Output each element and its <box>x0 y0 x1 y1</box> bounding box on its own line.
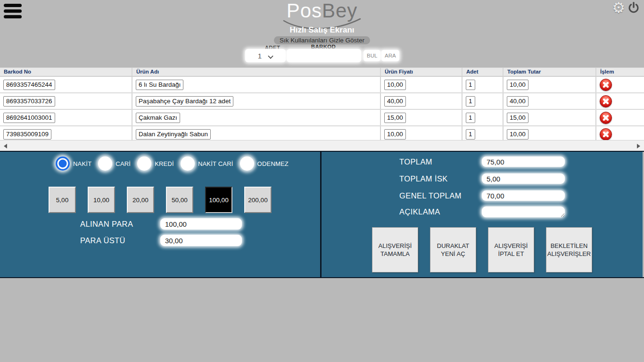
alinan-para-label: ALINAN PARA <box>80 220 160 229</box>
delete-row-icon[interactable] <box>600 79 612 91</box>
col-barkod-no: Barkod No <box>0 68 132 76</box>
toplam-label: TOPLAM <box>399 157 482 166</box>
price-field[interactable]: 10,00 <box>384 80 406 90</box>
col-adet: Adet <box>462 68 504 76</box>
radio-label: CARİ <box>116 160 131 167</box>
change-row: PARA ÜSTÜ <box>80 235 242 246</box>
product-name-field[interactable]: Paşabahçe Çay Bardağı 12 adet <box>136 96 233 107</box>
table-row: 8693357465244 6 lı Su Bardağı 10,00 1 10… <box>0 77 644 93</box>
radio-label: KREDİ <box>155 160 174 167</box>
radio-nakit[interactable]: NAKİT <box>56 156 91 171</box>
radio-odenmez[interactable]: ODENMEZ <box>240 156 289 171</box>
payment-section: NAKİT CARİ KREDİ NAKİT CARİ ODENMEZ 5,00… <box>0 151 644 278</box>
cancel-sale-button[interactable]: ALIŞVERİŞİ İPTAL ET <box>488 227 534 272</box>
qty-field[interactable]: 1 <box>466 113 475 123</box>
quick-entry-row: ADET BARKOD 1 BUL ARA <box>0 43 644 66</box>
table-row: 8692641003001 Çakmak Gazı 15,00 1 15,00 <box>0 110 644 126</box>
page-title: Hızlı Satış Ekranı <box>0 25 644 35</box>
line-total-field[interactable]: 10,00 <box>507 129 528 140</box>
price-field[interactable]: 10,00 <box>384 129 406 140</box>
radio-circle-icon[interactable] <box>137 156 151 171</box>
col-islem: İşlem <box>596 68 644 76</box>
radio-nakit-cari[interactable]: NAKİT CARİ <box>181 156 233 171</box>
held-sales-button[interactable]: BEKLETİLEN ALIŞVERİŞLER <box>546 227 592 272</box>
power-icon[interactable] <box>627 1 640 15</box>
discount-row: TOPLAM İSK <box>399 173 565 184</box>
radio-label: ODENMEZ <box>257 160 289 167</box>
delete-row-icon[interactable] <box>600 95 612 107</box>
received-money-row: ALINAN PARA <box>80 218 242 230</box>
grand-total-input[interactable] <box>482 190 565 201</box>
toplam-isk-label: TOPLAM İSK <box>399 174 482 183</box>
payment-method-radios: NAKİT CARİ KREDİ NAKİT CARİ ODENMEZ <box>56 156 295 171</box>
qty-field[interactable]: 1 <box>466 129 475 140</box>
received-money-input[interactable] <box>160 218 242 230</box>
discount-input[interactable] <box>482 173 565 184</box>
change-input[interactable] <box>160 235 242 246</box>
genel-toplam-label: GENEL TOPLAM <box>399 191 482 200</box>
radio-label: NAKİT CARİ <box>198 160 233 167</box>
settings-gear-icon[interactable]: ⚙ <box>612 0 625 16</box>
line-total-field[interactable]: 10,00 <box>507 80 528 90</box>
find-button[interactable]: BUL <box>363 50 380 61</box>
action-buttons: ALIŞVERİŞİ TAMAMLA DURAKLAT YENİ AÇ ALIŞ… <box>372 227 604 272</box>
table-row: 8693357033726 Paşabahçe Çay Bardağı 12 a… <box>0 93 644 110</box>
barcode-field[interactable]: 8692641003001 <box>3 113 55 123</box>
denom-20-button[interactable]: 20,00 <box>127 187 154 213</box>
line-total-field[interactable]: 15,00 <box>507 113 528 123</box>
horizontal-scrollbar[interactable] <box>0 140 644 151</box>
price-field[interactable]: 40,00 <box>384 96 406 107</box>
scroll-left-icon[interactable] <box>4 144 7 148</box>
barcode-field[interactable]: 8693357033726 <box>3 96 55 107</box>
aciklama-label: AÇIKLAMA <box>399 207 482 216</box>
grand-total-row: GENEL TOPLAM <box>399 190 565 201</box>
radio-circle-icon[interactable] <box>98 156 112 171</box>
col-urun-adi: Ürün Adı <box>132 68 381 76</box>
sale-items-table: Barkod No Ürün Adı Ürün Fiyatı Adet Topl… <box>0 67 644 143</box>
totals-panel: TOPLAM TOPLAM İSK GENEL TOPLAM AÇIKLAMA … <box>322 152 643 277</box>
quantity-select-value: 1 <box>258 52 262 60</box>
qty-field[interactable]: 1 <box>466 80 475 90</box>
search-button[interactable]: ARA <box>381 50 399 61</box>
price-field[interactable]: 15,00 <box>384 113 406 123</box>
radio-circle-icon[interactable] <box>181 156 195 171</box>
product-name-field[interactable]: Dalan Zeytinyağlı Sabun <box>136 129 211 140</box>
radio-kredi[interactable]: KREDİ <box>137 156 174 171</box>
para-ustu-label: PARA ÜSTÜ <box>80 236 160 245</box>
posbey-logo: PosBey <box>0 0 644 25</box>
radio-circle-icon[interactable] <box>240 156 254 171</box>
radio-circle-icon[interactable] <box>56 156 70 171</box>
chevron-down-icon <box>268 53 273 58</box>
denom-200-button[interactable]: 200,00 <box>244 187 272 213</box>
col-urun-fiyati: Ürün Fiyatı <box>381 68 462 76</box>
denom-5-button[interactable]: 5,00 <box>49 187 76 213</box>
complete-sale-button[interactable]: ALIŞVERİŞİ TAMAMLA <box>372 227 418 272</box>
total-row: TOPLAM <box>399 156 565 167</box>
denom-10-button[interactable]: 10,00 <box>88 187 115 213</box>
radio-label: NAKİT <box>73 160 91 167</box>
delete-row-icon[interactable] <box>600 112 612 124</box>
qty-field[interactable]: 1 <box>466 96 475 107</box>
description-row: AÇIKLAMA <box>399 206 565 217</box>
col-toplam-tutar: Toplam Tutar <box>504 68 596 76</box>
top-header: PosBey Hızlı Satış Ekranı Sık Kullanılan… <box>0 0 644 67</box>
product-name-field[interactable]: 6 lı Su Bardağı <box>136 80 183 90</box>
delete-row-icon[interactable] <box>600 128 612 140</box>
line-total-field[interactable]: 40,00 <box>507 96 528 107</box>
barcode-input[interactable] <box>287 49 361 62</box>
table-header-row: Barkod No Ürün Adı Ürün Fiyatı Adet Topl… <box>0 67 644 77</box>
denom-100-button[interactable]: 100,00 <box>205 187 232 213</box>
description-textarea[interactable] <box>482 206 565 217</box>
barcode-field[interactable]: 8693357465244 <box>3 80 55 90</box>
payment-panel: NAKİT CARİ KREDİ NAKİT CARİ ODENMEZ 5,00… <box>0 152 322 277</box>
denomination-buttons: 5,00 10,00 20,00 50,00 100,00 200,00 <box>49 187 283 213</box>
pause-open-new-button[interactable]: DURAKLAT YENİ AÇ <box>430 227 476 272</box>
radio-cari[interactable]: CARİ <box>98 156 131 171</box>
denom-50-button[interactable]: 50,00 <box>166 187 193 213</box>
quantity-select[interactable]: 1 <box>245 49 286 62</box>
barcode-field[interactable]: 739835009109 <box>3 129 51 140</box>
total-input[interactable] <box>482 156 565 167</box>
scroll-right-icon[interactable] <box>637 144 640 148</box>
product-name-field[interactable]: Çakmak Gazı <box>136 113 180 123</box>
